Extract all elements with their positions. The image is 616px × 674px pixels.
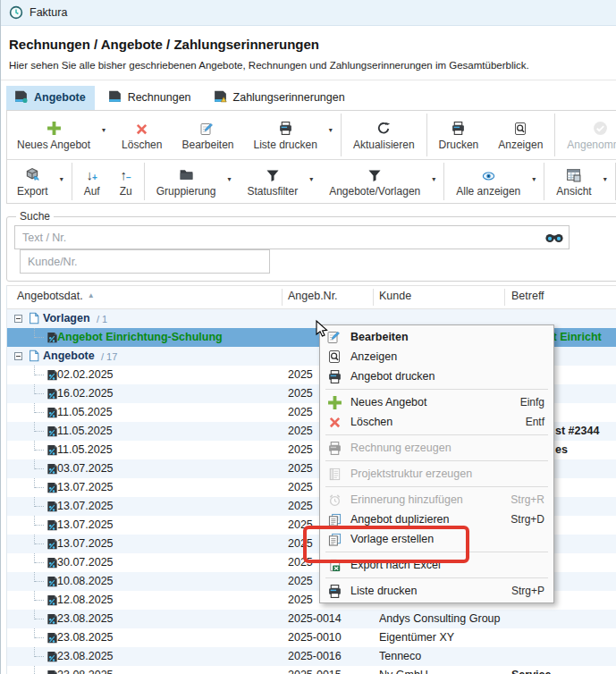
column-divider[interactable] xyxy=(282,289,283,306)
toolbar-button-label: Angebote/Vorlagen xyxy=(329,185,420,198)
clock-icon xyxy=(9,5,23,20)
cell-angebotsdat: 11.05.2025 xyxy=(57,406,113,418)
toolbar-separator xyxy=(72,163,72,200)
menu-item-label: Projektstruktur erzeugen xyxy=(350,468,536,480)
chevron-down-icon[interactable]: ▾ xyxy=(227,175,231,183)
menu-item-label: Löschen xyxy=(350,416,518,428)
column-header-kunde[interactable]: Kunde xyxy=(379,290,411,302)
tab-bar: Angebote Rechnungen Zahlungserinnerungen xyxy=(1,80,616,110)
context-menu: Bearbeiten Anzeigen Angebot drucken Neue… xyxy=(319,324,554,603)
table-row[interactable]: 23.08.2025 2025-0010 Eigentümer XY xyxy=(7,628,616,647)
preview-icon xyxy=(513,119,527,136)
toolbar-button[interactable]: ↑− Zu ▾ xyxy=(110,160,142,203)
printer-icon xyxy=(278,119,293,136)
context-menu-item[interactable]: Anzeigen xyxy=(320,347,553,366)
printer-icon xyxy=(326,369,342,384)
cell-angebotsdat: 16.02.2025 xyxy=(57,387,114,400)
toolbar-separator xyxy=(544,163,544,200)
column-header-angebnr[interactable]: Angeb.Nr. xyxy=(288,290,338,302)
toolbar-button[interactable]: Aktualisieren ▾ xyxy=(343,111,425,159)
toolbar-button-label: Drucken xyxy=(439,139,479,151)
context-menu-item[interactable]: Angebot drucken xyxy=(320,366,553,386)
toolbar-button[interactable]: Bearbeiten ▾ xyxy=(172,111,243,159)
column-header-angebotsdat[interactable]: Angebotsdat.▲ xyxy=(17,290,95,302)
cell-angebnr: 2025-0014 xyxy=(288,612,374,625)
excel-icon xyxy=(326,559,342,572)
folder-icon xyxy=(179,165,194,182)
cell-angebnr: 2025-0010 xyxy=(288,631,374,644)
toolbar-button[interactable]: Liste drucken ▾ xyxy=(244,111,339,159)
cell-angebotsdat: 30.07.2025 xyxy=(57,556,114,569)
context-menu-item[interactable]: Export nach Excel xyxy=(320,555,553,575)
toolbar-button[interactable]: ↓+ Auf ▾ xyxy=(74,160,110,203)
printer-icon xyxy=(326,584,342,599)
upminus-icon: ↑− xyxy=(121,165,131,182)
chevron-down-icon[interactable]: ▾ xyxy=(309,175,313,183)
context-menu-item[interactable]: Vorlage erstellen xyxy=(320,529,553,549)
search-kunde-input[interactable] xyxy=(20,249,270,274)
column-divider[interactable] xyxy=(373,289,374,306)
menu-separator xyxy=(325,552,548,552)
chevron-down-icon[interactable]: ▾ xyxy=(532,175,536,183)
toolbar-button[interactable]: Löschen ▾ xyxy=(112,111,172,159)
duplicate-icon xyxy=(326,513,342,527)
toolbar-button[interactable]: Alle anzeigen ▾ xyxy=(446,160,542,203)
toolbar-button[interactable]: Export ▾ xyxy=(7,160,70,203)
toolbar-button-label: Export xyxy=(17,185,48,198)
chevron-down-icon[interactable]: ▾ xyxy=(102,126,105,134)
column-divider[interactable] xyxy=(504,289,505,306)
page-subtitle: Hier sehen Sie alle bisher geschriebenen… xyxy=(9,60,607,71)
toolbar-button-label: Löschen xyxy=(122,139,162,151)
chevron-down-icon[interactable]: ▾ xyxy=(432,175,435,183)
toolbar-button[interactable]: Statusfilter ▾ xyxy=(237,160,319,203)
chevron-down-icon[interactable]: ▾ xyxy=(329,126,333,134)
context-menu-item[interactable]: Angebot duplizieren Strg+D xyxy=(320,510,553,529)
toolbar-button[interactable]: Drucken ▾ xyxy=(429,111,489,159)
context-menu-item[interactable]: Bearbeiten xyxy=(320,327,553,347)
tab[interactable]: Rechnungen xyxy=(100,86,200,110)
context-menu-item[interactable]: Löschen Entf xyxy=(320,412,553,432)
context-menu-item[interactable]: Liste drucken Strg+P xyxy=(320,581,553,601)
column-header-betreff[interactable]: Betreff xyxy=(511,290,544,302)
group-count: / 17 xyxy=(101,351,117,362)
tree-collapse-toggle[interactable] xyxy=(14,315,22,323)
toolbar-button[interactable]: Gruppierung ▾ xyxy=(147,160,238,203)
menu-separator xyxy=(325,434,548,435)
chevron-down-icon[interactable]: ▾ xyxy=(603,175,607,183)
toolbar-button-label: Auf xyxy=(84,185,100,198)
menu-item-label: Erinnerung hinzufügen xyxy=(350,493,502,506)
tab[interactable]: Angebote xyxy=(6,86,95,110)
menu-separator xyxy=(325,486,548,487)
toolbar-button[interactable]: Angebote/Vorlagen ▾ xyxy=(319,160,442,203)
tab[interactable]: Zahlungserinnerungen xyxy=(206,86,354,110)
xmark-icon xyxy=(135,119,148,136)
grid-icon xyxy=(566,165,581,182)
cell-angebnr: 2025-0015 xyxy=(288,669,374,674)
cell-kunde: Eigentümer XY xyxy=(379,631,506,644)
cell-angebotsdat: 02.02.2025 xyxy=(57,368,114,381)
toolbar-button[interactable]: Neues Angebot ▾ xyxy=(7,111,112,159)
tree-collapse-toggle[interactable] xyxy=(14,352,22,360)
menu-item-label: Angebot drucken xyxy=(350,370,536,383)
page-title: Rechnungen / Angebote / Zahlungserinneru… xyxy=(9,37,607,52)
menu-item-label: Vorlage erstellen xyxy=(350,533,536,545)
cell-betreff: Service xyxy=(511,669,616,674)
toolbar-separator xyxy=(144,163,145,200)
cell-angebotsdat: 03.07.2025 xyxy=(57,462,114,475)
toolbar-separator xyxy=(341,114,342,156)
menu-item-label: Angebot duplizieren xyxy=(350,513,502,526)
table-row[interactable]: 23.08.2025 2025-0015 Ny GmbH Service xyxy=(7,666,616,674)
table-row[interactable]: 23.08.2025 2025-0014 Andys Consulting Gr… xyxy=(7,610,616,628)
context-menu-item[interactable]: Neues Angebot Einfg xyxy=(320,392,553,412)
preview-icon xyxy=(326,350,342,364)
printer-icon xyxy=(451,119,466,136)
cell-angebotsdat: 23.08.2025 xyxy=(57,650,114,662)
binoculars-icon[interactable] xyxy=(545,232,563,248)
search-text-input[interactable] xyxy=(14,225,570,249)
toolbar-button[interactable]: Ansicht ▾ xyxy=(546,160,612,203)
chevron-down-icon[interactable]: ▾ xyxy=(60,175,63,183)
table-row[interactable]: 23.08.2025 2025-0016 Tenneco xyxy=(7,647,616,666)
toolbar-separator xyxy=(554,114,555,156)
toolbar-button[interactable]: Anzeigen ▾ xyxy=(488,111,553,159)
menu-separator xyxy=(325,389,548,390)
